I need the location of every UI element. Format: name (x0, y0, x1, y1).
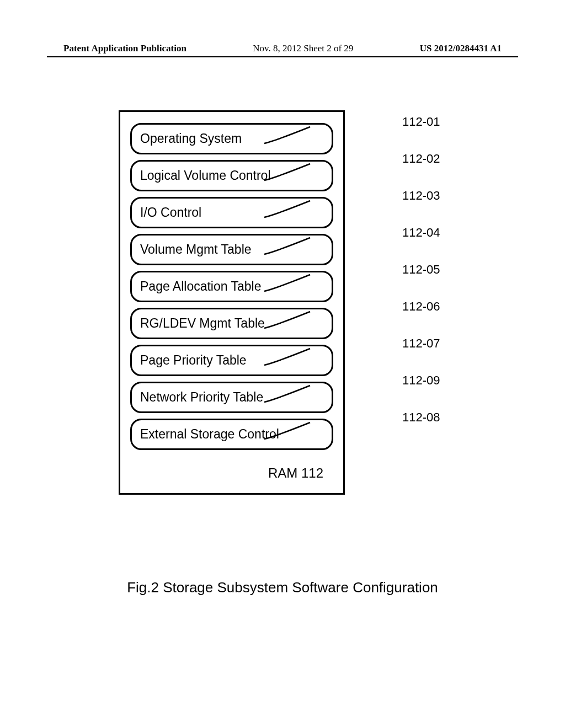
reference-number: 112-01 (402, 115, 440, 129)
module-label: Volume Mgmt Table (140, 242, 252, 256)
ram-box: Operating System 112-01 Logical Volume C… (119, 110, 345, 495)
module-label: Page Allocation Table (140, 279, 262, 293)
module-volume-mgmt-table: Volume Mgmt Table 112-04 (130, 234, 333, 265)
module-label: Page Priority Table (140, 353, 247, 367)
leader-line (263, 315, 340, 331)
module-page-priority-table: Page Priority Table 112-07 (130, 345, 333, 376)
reference-number: 112-04 (402, 226, 440, 240)
header-patent-number: US 2012/0284431 A1 (420, 43, 502, 54)
leader-line (263, 130, 340, 147)
reference-number: 112-03 (402, 189, 440, 203)
module-logical-volume-control: Logical Volume Control 112-02 (130, 160, 333, 191)
ram-label: RAM 112 (130, 456, 333, 488)
module-label: RG/LDEV Mgmt Table (140, 316, 265, 330)
reference-number: 112-07 (402, 336, 440, 351)
leader-line (263, 167, 340, 184)
module-io-control: I/O Control 112-03 (130, 197, 333, 228)
reference-number: 112-09 (402, 373, 440, 388)
leader-line (263, 352, 340, 368)
module-external-storage-control: External Storage Control 112-08 (130, 419, 333, 450)
leader-line (263, 241, 340, 258)
module-network-priority-table: Network Priority Table 112-09 (130, 382, 333, 413)
leader-line (263, 278, 340, 295)
leader-line (263, 204, 340, 221)
header-date-sheet: Nov. 8, 2012 Sheet 2 of 29 (253, 43, 353, 54)
page-header: Patent Application Publication Nov. 8, 2… (0, 43, 565, 54)
module-label: Network Priority Table (140, 390, 263, 404)
header-rule (47, 56, 518, 57)
header-publication: Patent Application Publication (63, 43, 186, 54)
leader-line (263, 389, 340, 405)
module-rg-ldev-mgmt-table: RG/LDEV Mgmt Table 112-06 (130, 308, 333, 339)
module-label: I/O Control (140, 205, 201, 220)
reference-number: 112-06 (402, 299, 440, 314)
reference-number: 112-05 (402, 263, 440, 277)
module-page-allocation-table: Page Allocation Table 112-05 (130, 271, 333, 302)
figure-caption: Fig.2 Storage Subsystem Software Configu… (0, 579, 565, 596)
module-operating-system: Operating System 112-01 (130, 123, 333, 154)
reference-number: 112-08 (402, 410, 440, 425)
module-label: Logical Volume Control (140, 168, 271, 183)
module-label: External Storage Control (140, 427, 279, 441)
reference-number: 112-02 (402, 152, 440, 166)
module-label: Operating System (140, 131, 242, 146)
